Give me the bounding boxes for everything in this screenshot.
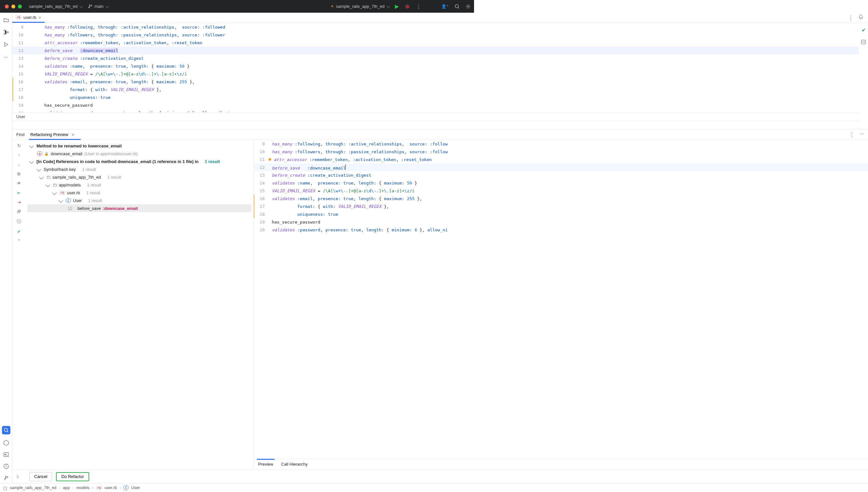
settings-icon[interactable]: ⚙ — [17, 171, 21, 176]
code-line[interactable]: 20validates :password, presence: true, l… — [254, 226, 474, 233]
refactoring-panel: Find Refactoring Preview× ⋮ — ↻ ↑ ↓ ⚙ 👁 … — [13, 129, 474, 269]
run-tool-icon[interactable] — [3, 41, 9, 48]
code-line[interactable]: 16validates :email, presence: true, leng… — [13, 78, 474, 85]
tree-method-node[interactable]: m 🔒 downcase_email (User in app/models/u… — [25, 150, 253, 157]
editor[interactable]: 9has_many :following, through: :active_r… — [13, 23, 474, 121]
code-line[interactable]: 19has_secure_password — [254, 218, 474, 226]
code-line[interactable]: 10has_many :followers, through: :passive… — [254, 148, 474, 155]
tree-dir-node[interactable]: 🗀 app/models 1 result — [25, 181, 253, 189]
code-line[interactable]: 16validates :email, presence: true, leng… — [254, 195, 474, 202]
code-line[interactable]: 14validates :name, presence: true, lengt… — [13, 62, 474, 70]
tree-references-node[interactable]: [In Code] References in code to method d… — [25, 157, 253, 165]
code-line[interactable]: 9has_many :following, through: :active_r… — [13, 23, 474, 31]
open-in-tab-icon[interactable]: 🗗 — [17, 209, 21, 214]
run-icon[interactable]: ▶ — [395, 3, 399, 9]
chevron-down-icon — [39, 175, 44, 179]
project-selector[interactable]: sample_rails_app_7th_ed — [29, 4, 82, 9]
tab-filename: user.rb — [23, 15, 37, 20]
code-line[interactable]: 11attr_accessor :remember_token, :activa… — [254, 155, 474, 163]
svg-point-2 — [4, 30, 5, 31]
titlebar: sample_rails_app_7th_ed main ✦ sample_ra… — [0, 0, 474, 13]
chevron-down-icon — [29, 144, 34, 148]
refactoring-tree[interactable]: Method to be renamed to lowercase_email … — [25, 140, 253, 269]
code-line[interactable]: 18 uniqueness: true — [254, 210, 474, 218]
chevron-down-icon — [105, 4, 109, 7]
preview-toggle-icon[interactable]: 👁 — [17, 181, 21, 186]
find-tab[interactable]: Find — [16, 129, 24, 140]
info-icon[interactable]: ⓘ — [17, 219, 21, 224]
minimize-window-button[interactable] — [11, 4, 15, 8]
editor-breadcrumb[interactable]: User — [13, 112, 474, 121]
branch-icon — [88, 4, 93, 9]
expand-icon[interactable]: ⇤ — [17, 190, 21, 195]
close-window-button[interactable] — [5, 4, 9, 8]
code-line[interactable]: 11attr_accessor :remember_token, :activa… — [13, 39, 474, 47]
chevron-down-icon — [79, 4, 83, 7]
branch-name: main — [94, 4, 103, 9]
panel-toolbar: ↻ ↑ ↓ ⚙ 👁 ⇤ ⇥ 🗗 ⓘ ✔ ⌃ — [13, 140, 25, 269]
ruby-file-icon: rb — [59, 191, 65, 195]
panel-tabs: Find Refactoring Preview× ⋮ — — [13, 129, 474, 140]
collapse-icon[interactable]: ⇥ — [17, 200, 21, 205]
code-line[interactable]: 12before_save :downcase_email — [13, 47, 474, 54]
collapse-up-icon[interactable]: ⌃ — [17, 239, 21, 243]
prev-occurrence-icon[interactable]: ↑ — [18, 153, 20, 157]
code-line[interactable]: 12before_save :downcase_email — [254, 163, 474, 171]
more-icon[interactable]: ⋮ — [416, 3, 421, 10]
chevron-down-icon — [386, 4, 390, 7]
tree-project-node[interactable]: 🗀 sample_rails_app_7th_ed 1 result — [25, 173, 253, 181]
structure-tool-icon[interactable] — [3, 29, 9, 35]
run-config-name: sample_rails_app_7th_ed — [336, 4, 385, 9]
svg-point-3 — [4, 33, 5, 34]
left-tool-stripe: ⋯ — [0, 13, 13, 269]
code-line[interactable]: 9has_many :following, through: :active_r… — [254, 140, 474, 148]
code-line[interactable]: 19has_secure_password — [13, 101, 474, 109]
project-name: sample_rails_app_7th_ed — [29, 4, 77, 9]
preview-editor[interactable]: 9has_many :following, through: :active_r… — [254, 140, 474, 269]
chevron-down-icon — [52, 190, 57, 195]
close-tab-icon[interactable]: × — [72, 132, 75, 137]
code-line[interactable]: 17 format: { with: VALID_EMAIL_REGEX }, — [13, 85, 474, 93]
maximize-window-button[interactable] — [18, 4, 22, 8]
tree-usage-node[interactable]: 12 before_save :downcase_email — [27, 204, 251, 212]
code-line[interactable]: 14validates :name, presence: true, lengt… — [254, 179, 474, 187]
folder-icon: 🗀 — [53, 182, 57, 188]
chevron-down-icon — [46, 182, 50, 187]
code-line[interactable]: 20validates :password, presence: true, l… — [13, 109, 474, 112]
window-controls — [5, 4, 22, 8]
ok-icon[interactable]: ✔ — [17, 229, 21, 234]
debug-icon[interactable]: 🐞 — [405, 4, 410, 9]
more-tools-icon[interactable]: ⋯ — [3, 54, 9, 60]
chevron-down-icon — [29, 159, 34, 164]
tree-symbol-node[interactable]: Symbol/hash key 1 result — [25, 165, 253, 173]
preview-pane: 9has_many :following, through: :active_r… — [253, 140, 474, 269]
class-icon: C — [66, 198, 71, 203]
next-occurrence-icon[interactable]: ↓ — [18, 162, 20, 167]
editor-tab[interactable]: rb user.rb × — [13, 13, 45, 23]
svg-point-0 — [455, 4, 458, 8]
code-line[interactable]: 13before_create :create_activation_diges… — [13, 54, 474, 62]
code-line[interactable]: 18 uniqueness: true — [13, 93, 474, 101]
method-icon: m — [37, 151, 42, 156]
code-line[interactable]: 13before_create :create_activation_diges… — [254, 171, 474, 179]
run-config-selector[interactable]: ✦ sample_rails_app_7th_ed — [331, 4, 389, 9]
chevron-down-icon — [58, 198, 63, 203]
collaborate-icon[interactable]: 👤⁺ — [441, 4, 449, 9]
gear-icon[interactable] — [465, 4, 471, 9]
editor-tabs: rb user.rb × ⋮ — [13, 13, 474, 23]
refactoring-preview-tab[interactable]: Refactoring Preview× — [30, 129, 74, 140]
code-line[interactable]: 15VALID_EMAIL_REGEX = /\A[\w+\-.]+@[a-z\… — [254, 187, 474, 195]
tree-file-node[interactable]: rb user.rb 1 result — [25, 189, 253, 197]
code-line[interactable]: 17 format: { with: VALID_EMAIL_REGEX }, — [254, 202, 474, 210]
code-line[interactable]: 15VALID_EMAIL_REGEX = /\A[\w+\-.]+@[a-z\… — [13, 70, 474, 78]
project-tool-icon[interactable] — [3, 17, 9, 23]
search-icon[interactable] — [455, 4, 460, 9]
tree-class-node[interactable]: C User 1 result — [25, 197, 253, 204]
folder-icon: 🗀 — [46, 175, 50, 180]
branch-selector[interactable]: main — [88, 4, 108, 9]
refresh-icon[interactable]: ↻ — [17, 143, 21, 148]
svg-point-1 — [467, 5, 469, 7]
close-tab-icon[interactable]: × — [39, 15, 41, 20]
code-line[interactable]: 10has_many :followers, through: :passive… — [13, 31, 474, 39]
tree-root[interactable]: Method to be renamed to lowercase_email — [25, 142, 253, 150]
